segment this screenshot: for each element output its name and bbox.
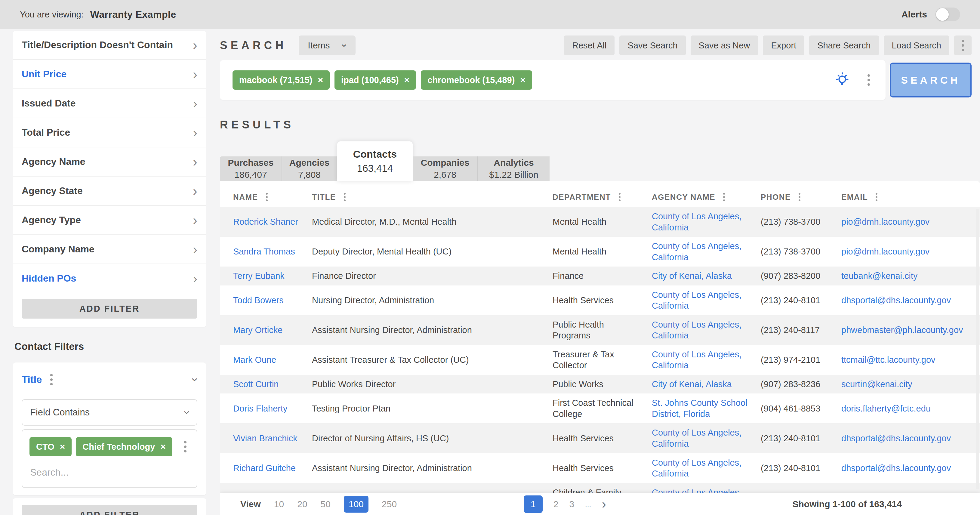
kebab-icon[interactable]: [341, 192, 348, 202]
kebab-icon[interactable]: [873, 192, 880, 202]
table-scrollbar[interactable]: [976, 209, 979, 489]
contact-name-link[interactable]: Terry Eubank: [233, 270, 312, 281]
kebab-icon[interactable]: [47, 373, 56, 386]
page-size-100[interactable]: 100: [344, 496, 369, 513]
filter-chip[interactable]: CTO×: [29, 437, 72, 456]
kebab-icon[interactable]: [864, 73, 873, 87]
search-submit-button[interactable]: SEARCH: [890, 63, 972, 97]
tab-purchases[interactable]: Purchases186,407: [220, 156, 282, 181]
page-3[interactable]: 3: [569, 499, 574, 509]
load-search-button[interactable]: Load Search: [884, 35, 949, 56]
kebab-icon[interactable]: [263, 192, 271, 202]
page-size-20[interactable]: 20: [297, 499, 307, 509]
save-as-new-button[interactable]: Save as New: [690, 35, 758, 56]
column-header-name[interactable]: NAME: [233, 192, 312, 202]
chevron-down-icon[interactable]: ›: [190, 378, 200, 382]
tab-analytics[interactable]: Analytics$1.22 Billion: [478, 156, 550, 181]
alerts-toggle[interactable]: [935, 8, 960, 21]
filter-search-input[interactable]: [29, 467, 189, 478]
search-terms-bar[interactable]: macbook (71,515)×ipad (100,465)×chromebo…: [220, 60, 886, 100]
agency-name-link[interactable]: City of Kenai, Alaska: [652, 379, 761, 390]
contact-name-link[interactable]: Doris Flaherty: [233, 403, 312, 414]
agency-name-link[interactable]: County of Los Angeles, California: [652, 211, 761, 233]
contact-name-link[interactable]: Sandra Thomas: [233, 246, 312, 257]
contact-name-link[interactable]: Mary Orticke: [233, 324, 312, 336]
agency-name-link[interactable]: County of Los Angeles, California: [652, 349, 761, 371]
contact-email-link[interactable]: scurtin@kenai.city: [842, 379, 980, 390]
contact-email-link[interactable]: dhsportal@dhs.lacounty.gov: [842, 295, 980, 306]
page-1[interactable]: 1: [524, 496, 542, 513]
kebab-icon[interactable]: [181, 440, 189, 454]
contact-name-link[interactable]: Richard Guitche: [233, 463, 312, 474]
contact-email-link[interactable]: pio@dmh.lacounty.gov: [842, 246, 980, 257]
sidebar-filter-agency-type[interactable]: Agency Type›: [13, 206, 206, 235]
page-size-250[interactable]: 250: [382, 499, 397, 509]
add-contact-filter-button[interactable]: ADD FILTER: [22, 505, 197, 515]
agency-name-link[interactable]: County of Los Angeles, California: [652, 289, 761, 312]
sidebar-filter-hidden-pos[interactable]: Hidden POs›: [13, 264, 206, 293]
tab-companies[interactable]: Companies2,678: [413, 156, 478, 181]
search-type-dropdown[interactable]: Items ›: [299, 35, 356, 56]
lightbulb-icon[interactable]: [834, 72, 851, 89]
contact-email-link[interactable]: dhsportal@dhs.lacounty.gov: [842, 433, 980, 444]
share-search-button[interactable]: Share Search: [809, 35, 879, 56]
contact-name-link[interactable]: Mark Oune: [233, 354, 312, 366]
tab-label: Agencies: [290, 157, 329, 168]
remove-icon[interactable]: ×: [160, 442, 166, 452]
export-button[interactable]: Export: [763, 35, 804, 56]
next-page-icon[interactable]: ›: [602, 498, 606, 510]
kebab-icon[interactable]: [720, 192, 728, 202]
column-header-phone[interactable]: PHONE: [761, 192, 842, 202]
contact-name-link[interactable]: Scott Curtin: [233, 379, 312, 390]
sidebar-filter-company-name[interactable]: Company Name›: [13, 235, 206, 264]
sidebar-filter-agency-name[interactable]: Agency Name›: [13, 148, 206, 176]
more-actions-button[interactable]: [954, 35, 972, 56]
contact-email-link[interactable]: pio@dmh.lacounty.gov: [842, 216, 980, 227]
page-2[interactable]: 2: [554, 499, 558, 509]
sidebar-filter-agency-state[interactable]: Agency State›: [13, 176, 206, 206]
filter-chip[interactable]: chromebook (15,489)×: [421, 70, 532, 90]
column-header-agency-name[interactable]: AGENCY NAME: [652, 192, 761, 202]
agency-name-link[interactable]: County of Los Angeles, California: [652, 427, 761, 449]
kebab-icon[interactable]: [616, 192, 624, 202]
column-header-email[interactable]: EMAIL: [842, 192, 980, 202]
operator-value: Field Contains: [30, 407, 90, 418]
sidebar-filter-unit-price[interactable]: Unit Price›: [13, 60, 206, 89]
add-filter-button[interactable]: ADD FILTER: [22, 299, 197, 319]
agency-name-link[interactable]: County of Los Angeles, California: [652, 457, 761, 479]
filter-chip[interactable]: Chief Technology×: [76, 437, 172, 456]
agency-name-link[interactable]: City of Kenai, Alaska: [652, 270, 761, 281]
contact-email-link[interactable]: phwebmaster@ph.lacounty.gov: [842, 324, 980, 336]
contact-email-link[interactable]: teubank@kenai.city: [842, 270, 980, 281]
kebab-icon[interactable]: [795, 192, 803, 202]
remove-icon[interactable]: ×: [520, 75, 525, 85]
agency-name-link[interactable]: County of Los Angeles, California: [652, 241, 761, 262]
save-search-button[interactable]: Save Search: [619, 35, 686, 56]
reset-all-button[interactable]: Reset All: [564, 35, 614, 56]
filter-value-box[interactable]: CTO×Chief Technology×: [22, 429, 197, 488]
remove-icon[interactable]: ×: [318, 75, 323, 85]
tab-agencies[interactable]: Agencies7,808: [282, 156, 337, 181]
contact-email-link[interactable]: dhsportal@dhs.lacounty.gov: [842, 463, 980, 474]
agency-name-link[interactable]: County of Los Angeles, California: [652, 319, 761, 341]
tab-contacts[interactable]: Contacts163,414: [337, 141, 413, 181]
operator-select[interactable]: Field Contains ›: [22, 399, 197, 426]
contact-name-link[interactable]: Vivian Branchick: [233, 433, 312, 444]
search-bar-row: macbook (71,515)×ipad (100,465)×chromebo…: [220, 60, 972, 100]
contact-name-link[interactable]: Todd Bowers: [233, 295, 312, 306]
contact-email-link[interactable]: doris.flaherty@fctc.edu: [842, 403, 980, 414]
remove-icon[interactable]: ×: [60, 442, 65, 452]
sidebar-filter-total-price[interactable]: Total Price›: [13, 118, 206, 148]
sidebar-filter-issued-date[interactable]: Issued Date›: [13, 89, 206, 118]
filter-chip[interactable]: macbook (71,515)×: [232, 70, 330, 90]
page-size-50[interactable]: 50: [321, 499, 331, 509]
contact-name-link[interactable]: Roderick Shaner: [233, 216, 312, 227]
contact-email-link[interactable]: ttcmail@ttc.lacounty.gov: [842, 354, 980, 366]
agency-name-link[interactable]: St. Johns County School District, Florid…: [652, 397, 761, 419]
remove-icon[interactable]: ×: [404, 75, 410, 85]
sidebar-filter-title-description-doesn-t-contain[interactable]: Title/Description Doesn't Contain›: [13, 31, 206, 60]
column-header-title[interactable]: TITLE: [312, 192, 552, 202]
column-header-department[interactable]: DEPARTMENT: [552, 192, 652, 202]
page-size-10[interactable]: 10: [274, 499, 284, 509]
filter-chip[interactable]: ipad (100,465)×: [334, 70, 416, 90]
